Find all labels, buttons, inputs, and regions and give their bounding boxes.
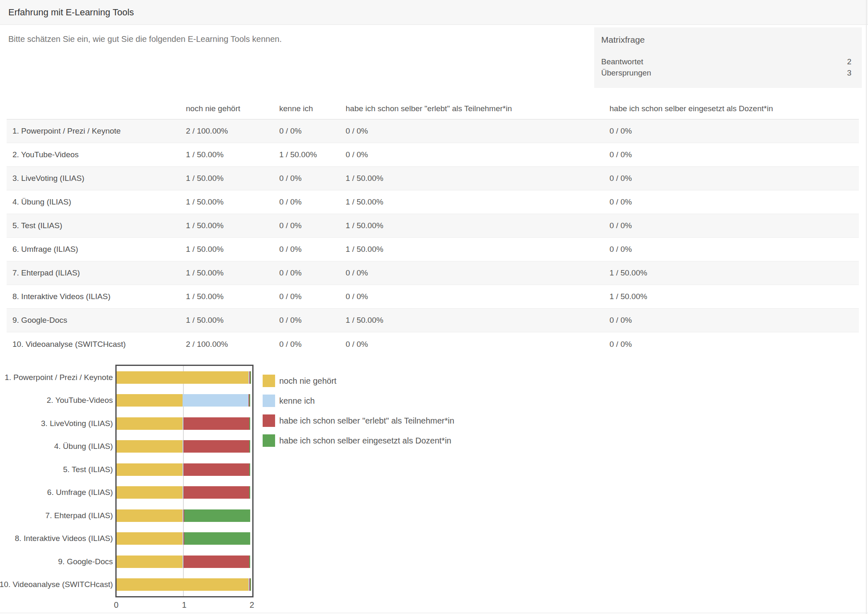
chart-legend: noch nie gehörtkenne ichhabe ich schon s… — [263, 375, 454, 454]
results-table: noch nie gehörtkenne ichhabe ich schon s… — [7, 98, 859, 356]
bar-segment — [184, 532, 250, 545]
question-info-panel: Matrixfrage Beantwortet 2 Übersprungen 3 — [594, 27, 862, 88]
bar-row — [117, 440, 250, 453]
legend-swatch — [263, 375, 275, 387]
column-header: habe ich schon selber eingesetzt als Doz… — [610, 104, 859, 113]
bar-segment — [117, 578, 249, 591]
chart-category-label: 3. LiveVoting (ILIAS) — [41, 419, 113, 428]
cell-value: 0 / 0% — [279, 221, 346, 230]
x-axis-tick: 1 — [182, 600, 186, 610]
section-divider — [0, 613, 868, 613]
bar-segment — [183, 486, 249, 499]
bar-segment — [117, 556, 183, 568]
chart-category-label: 1. Powerpoint / Prezi / Keynote — [5, 373, 113, 382]
bar-segment — [249, 556, 250, 568]
cell-value: 0 / 0% — [279, 245, 346, 254]
column-header: kenne ich — [279, 104, 346, 113]
legend-swatch — [263, 395, 275, 407]
cell-value: 0 / 0% — [279, 316, 346, 325]
legend-swatch — [263, 414, 275, 427]
bar-segment — [117, 394, 183, 407]
bar-segment — [117, 509, 183, 522]
table-row: 6. Umfrage (ILIAS)1 / 50.00%0 / 0%1 / 50… — [7, 238, 859, 261]
column-header: habe ich schon selber "erlebt" als Teiln… — [346, 104, 610, 113]
bar-segment — [183, 440, 249, 453]
chart-category-label: 4. Übung (ILIAS) — [54, 442, 113, 451]
cell-value: 0 / 0% — [346, 268, 610, 278]
chart-category-label: 6. Umfrage (ILIAS) — [47, 488, 113, 497]
table-row: 1. Powerpoint / Prezi / Keynote2 / 100.0… — [7, 119, 859, 143]
column-header: noch nie gehört — [186, 104, 279, 113]
cell-value: 0 / 0% — [610, 127, 859, 136]
question-type-label: Matrixfrage — [601, 35, 645, 45]
cell-value: 1 / 50.00% — [186, 197, 279, 207]
row-label: 8. Interaktive Videos (ILIAS) — [7, 292, 186, 301]
cell-value: 1 / 50.00% — [186, 245, 279, 254]
cell-value: 0 / 0% — [279, 340, 346, 349]
cell-value: 1 / 50.00% — [186, 268, 279, 278]
bar-segment — [249, 463, 250, 476]
x-axis-tick: 2 — [249, 600, 254, 610]
bar-segment — [117, 371, 249, 384]
bar-row — [117, 371, 251, 384]
table-row: 2. YouTube-Videos1 / 50.00%1 / 50.00%0 /… — [7, 143, 859, 167]
bar-segment — [117, 440, 183, 453]
legend-label: noch nie gehört — [279, 376, 336, 386]
legend-label: kenne ich — [279, 396, 315, 406]
bar-segment — [249, 486, 250, 499]
cell-value: 0 / 0% — [279, 197, 346, 207]
table-row: 5. Test (ILIAS)1 / 50.00%0 / 0%1 / 50.00… — [7, 214, 859, 238]
chart-category-label: 5. Test (ILIAS) — [63, 465, 113, 474]
cell-value: 1 / 50.00% — [346, 174, 610, 183]
cell-value: 0 / 0% — [279, 292, 346, 301]
cell-value: 0 / 0% — [610, 174, 859, 183]
cell-value: 0 / 0% — [346, 340, 610, 349]
cell-value: 1 / 50.00% — [186, 174, 279, 183]
row-label: 4. Übung (ILIAS) — [7, 197, 186, 207]
cell-value: 0 / 0% — [610, 340, 859, 349]
legend-item: noch nie gehört — [263, 375, 454, 387]
chart-category-label: 8. Interaktive Videos (ILIAS) — [15, 534, 113, 543]
answered-value: 2 — [847, 56, 851, 67]
bar-segment — [184, 509, 250, 522]
bar-segment — [117, 463, 183, 476]
plot-area — [115, 365, 254, 597]
table-row: 10. Videoanalyse (SWITCHcast)2 / 100.00%… — [7, 332, 859, 356]
x-axis-tick: 0 — [114, 600, 118, 610]
bar-segment — [183, 463, 249, 476]
cell-value: 0 / 0% — [346, 127, 610, 136]
chart-category-label: 7. Ehterpad (ILIAS) — [45, 511, 113, 520]
bar-row — [117, 509, 250, 522]
bar-segment — [249, 394, 250, 407]
table-row: 9. Google-Docs1 / 50.00%0 / 0%1 / 50.00%… — [7, 309, 859, 332]
bar-segment — [183, 417, 249, 430]
cell-value: 1 / 50.00% — [186, 316, 279, 325]
bar-row — [117, 486, 250, 499]
answered-label: Beantwortet — [601, 56, 643, 67]
table-header-row: noch nie gehörtkenne ichhabe ich schon s… — [7, 98, 859, 119]
row-label: 5. Test (ILIAS) — [7, 221, 186, 230]
bar-row — [117, 532, 250, 545]
row-label: 6. Umfrage (ILIAS) — [7, 245, 186, 254]
cell-value: 2 / 100.00% — [186, 127, 279, 136]
cell-value: 1 / 50.00% — [610, 292, 859, 301]
legend-label: habe ich schon selber "erlebt" als Teiln… — [279, 416, 454, 426]
cell-value: 1 / 50.00% — [186, 292, 279, 301]
page-header: Erfahrung mit E-Learning Tools — [0, 0, 868, 25]
skipped-value: 3 — [847, 68, 851, 78]
bar-segment — [249, 417, 250, 430]
bar-segment — [183, 556, 249, 568]
cell-value: 0 / 0% — [346, 292, 610, 301]
row-label: 1. Powerpoint / Prezi / Keynote — [7, 127, 186, 136]
bar-segment — [117, 532, 183, 545]
page-title: Erfahrung mit E-Learning Tools — [8, 0, 134, 24]
cell-value: 0 / 0% — [279, 268, 346, 278]
row-label: 2. YouTube-Videos — [7, 150, 186, 159]
cell-value: 2 / 100.00% — [186, 340, 279, 349]
cell-value: 0 / 0% — [610, 316, 859, 325]
bar-row — [117, 417, 250, 430]
row-label: 9. Google-Docs — [7, 316, 186, 325]
bar-row — [117, 578, 251, 591]
skipped-row: Übersprungen 3 — [601, 68, 851, 78]
cell-value: 1 / 50.00% — [186, 221, 279, 230]
